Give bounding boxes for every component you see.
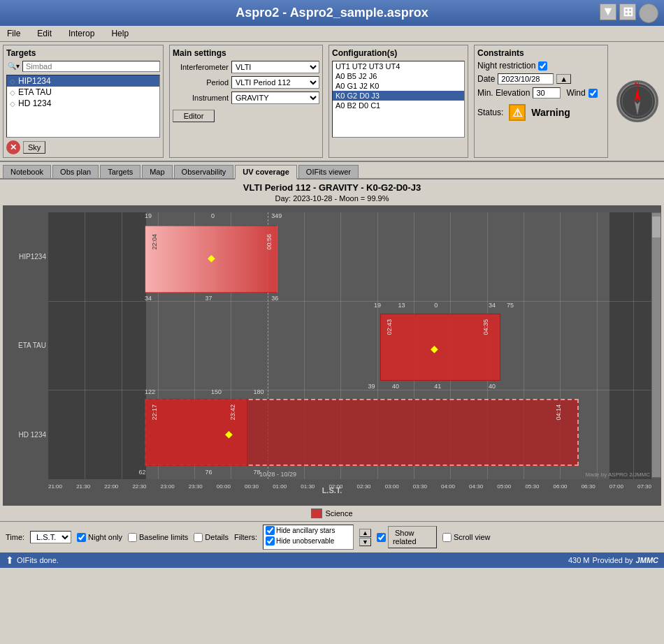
- eta-bot-41: 41: [434, 383, 441, 390]
- interferometer-label: Interferometer: [173, 63, 229, 71]
- y-label-hip1234: HIP1234: [4, 253, 46, 261]
- filter-hide-ancillary: Hide ancillary stars: [264, 525, 353, 536]
- config-ut1234[interactable]: UT1 UT2 UT3 UT4: [333, 61, 464, 71]
- app-title: Aspro2 - Aspro2_sample.asprox: [236, 6, 428, 20]
- scroll-view-checkbox[interactable]: [442, 533, 452, 542]
- baseline-limits-checkbox[interactable]: [128, 533, 137, 542]
- plot-inner: 19 0 349 22:04 00:56 34 37 36 ◆ 19 13 0 …: [48, 212, 651, 479]
- config-a0b2d0c1[interactable]: A0 B2 D0 C1: [333, 101, 464, 110]
- science-legend: Science: [311, 508, 352, 518]
- status-left: ⬆ OIFits done.: [6, 555, 59, 566]
- date-input[interactable]: [498, 73, 554, 85]
- period-label: Period: [173, 78, 229, 87]
- menu-interop[interactable]: Interop: [64, 27, 99, 40]
- sky-button[interactable]: Sky: [23, 141, 45, 154]
- night-only-checkbox[interactable]: [77, 533, 86, 542]
- hip-time-start: 22:04: [151, 234, 158, 250]
- config-a0b5j2j6[interactable]: A0 B5 J2 J6: [333, 71, 464, 81]
- eta-time-start: 02:43: [386, 319, 393, 335]
- avatar-button[interactable]: [639, 3, 658, 23]
- diamond-icon: ◇: [10, 78, 15, 85]
- filter-unobservable-checkbox[interactable]: [266, 536, 275, 546]
- config-a0g1j2k0[interactable]: A0 G1 J2 K0: [333, 81, 464, 91]
- main-settings-section: Main settings Interferometer VLTI Period…: [169, 45, 323, 158]
- target-item-eta-tau[interactable]: ◇ ETA TAU: [7, 87, 159, 98]
- search-input[interactable]: [22, 61, 160, 72]
- details-checkbox[interactable]: [194, 533, 203, 542]
- elevation-input[interactable]: [533, 87, 561, 98]
- time-select[interactable]: L.S.T.: [30, 531, 71, 543]
- show-related-group: Showrelated: [377, 526, 437, 548]
- tick-0230: 02:30: [357, 483, 371, 490]
- eta-bot-39: 39: [368, 383, 375, 390]
- scrollbar-v[interactable]: [651, 212, 661, 478]
- menu-edit[interactable]: Edit: [33, 27, 56, 40]
- interferometer-row: Interferometer VLTI: [173, 61, 319, 73]
- night-restriction-checkbox[interactable]: [538, 61, 547, 71]
- tab-oifits-viewer[interactable]: OIFits viewer: [298, 165, 359, 178]
- show-related-checkbox[interactable]: [377, 533, 386, 542]
- date-increment[interactable]: ▲: [556, 74, 571, 84]
- hip-bot-34: 34: [145, 295, 152, 302]
- filter-down-arrow[interactable]: ▼: [359, 538, 371, 546]
- eta-diamond-marker: ◆: [431, 343, 438, 354]
- y-label-hd1234: HD 1234: [4, 431, 46, 439]
- tick-2200: 22:00: [104, 483, 118, 490]
- instrument-label: Instrument: [173, 94, 229, 102]
- grid-v-16: [633, 212, 634, 479]
- scroll-view-group: Scroll view: [442, 533, 491, 542]
- target-item-hip1234[interactable]: ◇ HIP1234: [7, 75, 159, 87]
- details-label: Details: [205, 533, 229, 541]
- restore-button[interactable]: ⊞: [619, 3, 636, 20]
- editor-button[interactable]: Editor: [173, 110, 215, 122]
- configurations-section: Configuration(s) UT1 UT2 UT3 UT4 A0 B5 J…: [329, 45, 468, 158]
- tick-0330: 03:30: [413, 483, 427, 490]
- night-restriction-label: Night restriction: [477, 61, 535, 71]
- title-bar: Aspro2 - Aspro2_sample.asprox ▼ ⊞: [0, 0, 664, 26]
- minimize-button[interactable]: ▼: [600, 3, 616, 20]
- oifits-icon: ⬆: [6, 555, 14, 566]
- tab-observability[interactable]: Observability: [174, 165, 234, 178]
- menu-help[interactable]: Help: [107, 27, 133, 40]
- tab-obs-plan[interactable]: Obs plan: [52, 165, 99, 178]
- plot-container[interactable]: 19 0 349 22:04 00:56 34 37 36 ◆ 19 13 0 …: [3, 205, 661, 506]
- eta-top-19: 19: [374, 302, 381, 309]
- wind-label: Wind: [566, 88, 585, 98]
- hip-diamond-marker: ◆: [208, 252, 215, 263]
- filter-up-arrow[interactable]: ▲: [359, 529, 371, 537]
- tick-0300: 03:00: [385, 483, 399, 490]
- tab-map[interactable]: Map: [142, 165, 172, 178]
- menu-file[interactable]: File: [3, 27, 24, 40]
- hip-top-19: 19: [145, 212, 152, 219]
- eta-bot-40: 40: [392, 383, 399, 390]
- status-area: Status: ⚠ Warning: [477, 104, 605, 121]
- period-select[interactable]: VLTI Period 112: [231, 76, 319, 89]
- elevation-row: Min. Elevation Wind: [477, 87, 605, 98]
- plot-area: VLTI Period 112 - GRAVITY - K0-G2-D0-J3 …: [0, 180, 664, 521]
- target-item-hd1234[interactable]: ◇ HD 1234: [7, 98, 159, 109]
- targets-section: Targets 🔍▾ ◇ HIP1234 ◇ ETA TAU ◇ HD 1234…: [3, 45, 164, 158]
- hd-top-180: 180: [253, 388, 264, 395]
- tick-0130: 01:30: [301, 483, 315, 490]
- brand-text: Provided by: [593, 556, 633, 564]
- tab-uv-coverage[interactable]: UV coverage: [235, 165, 297, 180]
- show-related-button[interactable]: Showrelated: [388, 526, 437, 548]
- window-controls: ▼ ⊞: [600, 3, 658, 23]
- x-axis: 21:00 21:30 22:00 22:30 23:00 23:30 00:0…: [48, 481, 651, 506]
- instrument-select[interactable]: GRAVITY: [231, 92, 319, 104]
- tick-0430: 04:30: [469, 483, 483, 490]
- compass: N: [616, 80, 658, 122]
- wind-checkbox[interactable]: [589, 89, 598, 98]
- interferometer-select[interactable]: VLTI: [231, 61, 319, 73]
- tab-notebook[interactable]: Notebook: [3, 165, 51, 178]
- scrollbar-thumb[interactable]: [652, 217, 661, 237]
- delete-button[interactable]: ✕: [6, 140, 20, 154]
- hip-bot-37: 37: [205, 295, 212, 302]
- config-k0g2d0j3[interactable]: K0 G2 D0 J3: [333, 91, 464, 101]
- grid-v-1: [85, 212, 85, 479]
- tab-targets[interactable]: Targets: [100, 165, 140, 178]
- target-name-hip1234: HIP1234: [18, 76, 51, 86]
- tick-0530: 05:30: [525, 483, 539, 490]
- filter-unobservable-label: Hide unobservable: [276, 537, 334, 545]
- filter-ancillary-checkbox[interactable]: [266, 526, 275, 535]
